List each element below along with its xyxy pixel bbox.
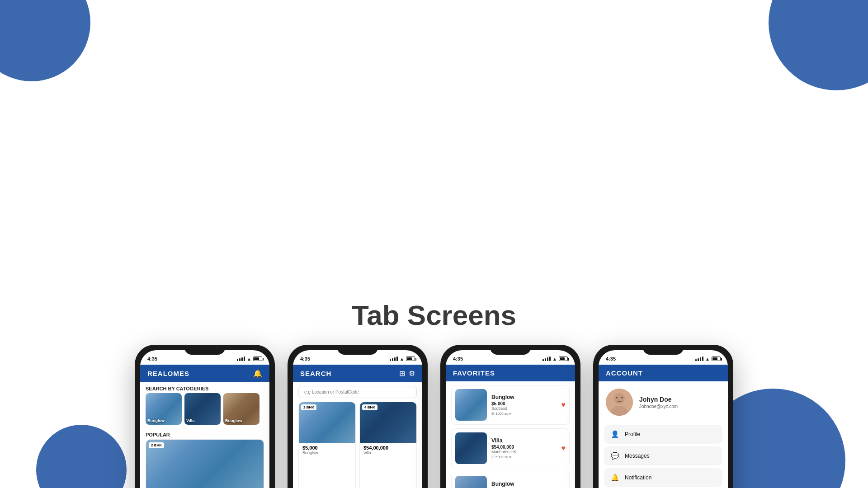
fav-size-1: ⊞ 1000 sq.ft [491, 412, 557, 416]
fav-price-2: $54,00,000 [491, 445, 557, 450]
fav-heart-1[interactable]: ♥ [561, 401, 566, 409]
phone-notch-2 [337, 345, 378, 355]
search-price-1: $5,000 [302, 445, 352, 450]
category-card-1[interactable]: Bunglow [146, 393, 182, 425]
bg-circle-tr [769, 0, 868, 90]
phone-inner-1: 4:35 ▲ REALOMES [140, 350, 269, 488]
account-profile-section: Johyn Doe Johndoe@xyz.com [599, 381, 728, 421]
search-header-title: SEARCH [300, 370, 331, 377]
status-time-3: 4:35 [453, 356, 463, 361]
category-card-2[interactable]: Villa [184, 393, 221, 425]
menu-label-notification: Notification [625, 474, 651, 481]
fav-item-2[interactable]: Villa $54,00,000 Manhaten UK ⊞ 5000 sq.f… [451, 428, 570, 468]
category-label-2: Villa [186, 418, 194, 423]
account-menu-list: 👤 Profile 💬 Messages 🔔 Notification ⚙️ S… [599, 421, 728, 488]
fav-img-3 [455, 476, 487, 488]
status-time-4: 4:35 [606, 356, 616, 361]
wifi-4: ▲ [705, 357, 710, 361]
wifi-1: ▲ [247, 357, 251, 361]
battery-1 [253, 357, 262, 361]
search-img-2: 4 BHK [360, 402, 416, 443]
phone-inner-2: 4:35 ▲ SEARCH ⊞ [293, 350, 422, 488]
search-card-1[interactable]: 2 BHK $5,000 Bunglow [298, 402, 356, 488]
svg-point-3 [616, 397, 618, 399]
search-badge-2: 4 BHK [362, 404, 377, 410]
wifi-3: ▲ [552, 357, 557, 361]
phone-notch-3 [490, 345, 531, 355]
search-info-2: $54,00,000 Villa [360, 443, 416, 457]
search-input[interactable] [298, 386, 417, 398]
svg-point-4 [621, 397, 623, 399]
fav-title-3: Bunglow [491, 481, 557, 487]
svg-point-1 [614, 393, 625, 404]
menu-item-messages[interactable]: 💬 Messages [604, 446, 722, 465]
phone-account: 4:35 ▲ ACCOUNT [593, 345, 733, 488]
fav-item-3[interactable]: Bunglow $50,000 Moreworld US ⊞ 3500 sq.f… [451, 472, 570, 488]
search-grid: 2 BHK $5,000 Bunglow 4 BHK $54,00,000 Vi… [293, 402, 422, 488]
avatar-face [606, 389, 633, 416]
fav-item-1[interactable]: Bunglow $5,000 Scotland ⊞ 1000 sq.ft ♥ [451, 385, 570, 425]
status-right-1: ▲ [237, 357, 262, 361]
menu-label-profile: Profile [625, 431, 640, 437]
signal-2 [390, 357, 398, 361]
filter-icon[interactable]: ⚙ [409, 369, 415, 378]
phone-notch-4 [643, 345, 684, 355]
account-user-info: Johyn Doe Johndoe@xyz.com [639, 396, 678, 409]
popular-card[interactable]: 2 BHK Bunglow $5,000 ⊞ 1000 sq.ft 📍 Scot… [146, 439, 264, 488]
account-email: Johndoe@xyz.com [639, 404, 678, 409]
fav-info-1: Bunglow $5,000 Scotland ⊞ 1000 sq.ft [491, 394, 557, 416]
category-card-3[interactable]: Bunglow [223, 393, 259, 425]
status-time-1: 4:35 [147, 356, 157, 361]
wifi-2: ▲ [400, 357, 404, 361]
menu-item-profile[interactable]: 👤 Profile [604, 425, 722, 444]
search-info-1: $5,000 Bunglow [299, 443, 355, 457]
fav-header-title: FAVORITES [453, 369, 495, 377]
popular-img: 2 BHK [146, 440, 264, 488]
search-price-2: $54,00,000 [363, 445, 413, 450]
fav-heart-2[interactable]: ♥ [561, 444, 566, 452]
search-header-icons: ⊞ ⚙ [399, 369, 415, 378]
account-content: Johyn Doe Johndoe@xyz.com 👤 Profile 💬 Me… [599, 381, 728, 488]
category-row: Bunglow Villa Bunglow [140, 393, 269, 428]
search-bar-container [293, 382, 422, 402]
category-label-1: Bunglow [147, 418, 165, 423]
home-header-icons: 🔔 [253, 369, 262, 378]
account-name: Johyn Doe [639, 396, 678, 403]
fav-title-1: Bunglow [491, 394, 557, 400]
home-header: REALOMES 🔔 [140, 365, 269, 382]
search-type-2: Villa [363, 450, 413, 455]
bell-icon[interactable]: 🔔 [253, 369, 262, 378]
fav-info-2: Villa $54,00,000 Manhaten UK ⊞ 5000 sq.f… [491, 437, 557, 459]
status-right-2: ▲ [390, 357, 415, 361]
status-time-2: 4:35 [300, 356, 310, 361]
avatar-svg [606, 389, 633, 416]
fav-content: Bunglow $5,000 Scotland ⊞ 1000 sq.ft ♥ V… [446, 381, 575, 488]
grid-icon[interactable]: ⊞ [399, 369, 405, 378]
bg-ring-tr [0, 90, 104, 194]
messages-icon: 💬 [610, 452, 619, 460]
phone-favorites: 4:35 ▲ FAVORITES [440, 345, 580, 488]
bg-ring-br [0, 194, 90, 285]
phone-search: 4:35 ▲ SEARCH ⊞ [288, 345, 428, 488]
avatar [606, 389, 633, 416]
menu-item-notification[interactable]: 🔔 Notification [604, 468, 722, 487]
fav-title-2: Villa [491, 437, 557, 444]
status-right-3: ▲ [542, 357, 568, 361]
battery-4 [712, 357, 721, 361]
phone-notch-1 [184, 345, 225, 355]
fav-size-2: ⊞ 5000 sq.ft [491, 455, 557, 459]
search-badge-1: 2 BHK [301, 404, 316, 410]
account-header-title: ACCOUNT [606, 369, 643, 377]
signal-3 [542, 357, 551, 361]
status-right-4: ▲ [695, 357, 721, 361]
battery-3 [559, 357, 568, 361]
notification-icon: 🔔 [610, 474, 619, 482]
fav-price-1: $5,000 [491, 401, 557, 406]
battery-2 [406, 357, 415, 361]
search-card-2[interactable]: 4 BHK $54,00,000 Villa [359, 402, 417, 488]
fav-img-2 [455, 432, 487, 464]
fav-location-1: Scotland [491, 406, 557, 411]
home-header-title: REALOMES [147, 370, 189, 377]
profile-icon: 👤 [610, 430, 619, 438]
search-header: SEARCH ⊞ ⚙ [293, 365, 422, 382]
